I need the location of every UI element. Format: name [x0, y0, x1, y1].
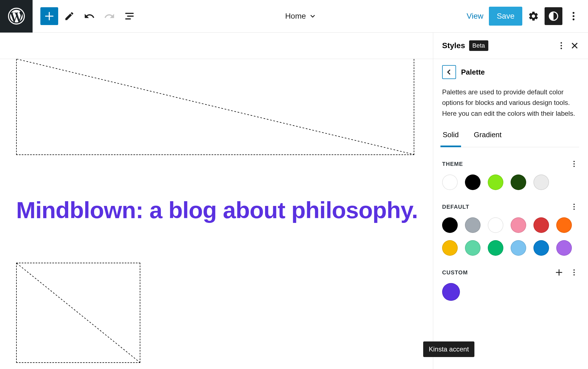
- svg-point-9: [560, 48, 562, 49]
- add-custom-button[interactable]: [554, 267, 564, 277]
- back-button[interactable]: [442, 65, 456, 79]
- tab-solid[interactable]: Solid: [442, 127, 459, 147]
- theme-swatches: [442, 174, 579, 190]
- theme-swatch-4[interactable]: [533, 174, 549, 190]
- styles-sidebar: Styles Beta Palette Palettes are used to…: [433, 33, 588, 369]
- palette-title: Palette: [461, 68, 485, 77]
- swatch-tooltip: Kinsta accent: [423, 341, 474, 357]
- svg-point-13: [574, 204, 575, 205]
- save-button[interactable]: Save: [489, 7, 522, 26]
- beta-badge: Beta: [469, 40, 488, 51]
- sidebar-body: Palette Palettes are used to provide def…: [433, 59, 588, 307]
- settings-button[interactable]: [525, 7, 542, 25]
- template-label: Home: [285, 12, 306, 21]
- undo-button[interactable]: [80, 7, 98, 25]
- custom-more-button[interactable]: [569, 267, 579, 277]
- default-swatch-5[interactable]: [556, 217, 572, 233]
- default-swatch-10[interactable]: [533, 240, 549, 256]
- chevron-down-icon: [309, 12, 317, 20]
- svg-point-18: [574, 274, 575, 276]
- svg-line-6: [17, 263, 140, 362]
- svg-point-15: [574, 209, 575, 210]
- default-swatch-4[interactable]: [533, 217, 549, 233]
- styles-button[interactable]: [545, 7, 562, 25]
- palette-tabs: Solid Gradient: [442, 127, 579, 147]
- svg-point-12: [574, 166, 575, 167]
- list-view-button[interactable]: [121, 7, 138, 25]
- top-toolbar: Home View Save: [0, 0, 588, 33]
- canvas-sub-header: [0, 33, 433, 59]
- theme-more-button[interactable]: [569, 159, 579, 169]
- page-heading[interactable]: Mindblown: a blog about philosophy.: [16, 197, 427, 224]
- default-label: DEFAULT: [442, 204, 469, 210]
- template-dropdown[interactable]: Home: [138, 12, 463, 21]
- theme-section-head: THEME: [442, 159, 579, 169]
- svg-point-8: [560, 45, 562, 46]
- close-sidebar-button[interactable]: [568, 39, 581, 52]
- svg-line-5: [17, 59, 414, 154]
- svg-point-2: [573, 12, 575, 14]
- default-more-button[interactable]: [569, 202, 579, 212]
- default-swatches: [442, 217, 579, 256]
- default-swatch-9[interactable]: [511, 240, 526, 256]
- sidebar-more-button[interactable]: [555, 39, 568, 52]
- custom-label: CUSTOM: [442, 269, 468, 276]
- toolbar-left: [33, 7, 138, 25]
- default-swatch-11[interactable]: [556, 240, 572, 256]
- placeholder-block-2[interactable]: [16, 263, 140, 363]
- redo-button[interactable]: [101, 7, 118, 25]
- default-swatch-1[interactable]: [465, 217, 481, 233]
- default-swatch-6[interactable]: [442, 240, 458, 256]
- svg-point-17: [574, 272, 575, 273]
- default-swatch-7[interactable]: [465, 240, 481, 256]
- default-swatch-3[interactable]: [511, 217, 526, 233]
- svg-point-16: [574, 269, 575, 271]
- placeholder-block-1[interactable]: [16, 59, 414, 155]
- svg-point-3: [573, 15, 575, 17]
- theme-swatch-0[interactable]: [442, 174, 458, 190]
- more-options-button[interactable]: [565, 7, 582, 25]
- custom-swatch-0[interactable]: [442, 283, 460, 301]
- default-swatch-2[interactable]: [488, 217, 503, 233]
- theme-swatch-1[interactable]: [465, 174, 481, 190]
- theme-swatch-2[interactable]: [488, 174, 503, 190]
- default-section-head: DEFAULT: [442, 202, 579, 212]
- block-inserter-button[interactable]: [40, 7, 58, 25]
- toolbar-right: View Save: [463, 7, 582, 26]
- sidebar-header: Styles Beta: [433, 33, 588, 59]
- theme-swatch-3[interactable]: [511, 174, 526, 190]
- default-swatch-8[interactable]: [488, 240, 503, 256]
- chevron-left-icon: [445, 68, 453, 76]
- wordpress-logo[interactable]: [0, 0, 33, 33]
- theme-label: THEME: [442, 161, 463, 167]
- workspace: Mindblown: a blog about philosophy. Styl…: [0, 33, 588, 369]
- svg-point-10: [574, 161, 575, 162]
- tab-gradient[interactable]: Gradient: [473, 127, 502, 147]
- svg-point-14: [574, 206, 575, 208]
- palette-description: Palettes are used to provide default col…: [442, 87, 579, 119]
- svg-point-11: [574, 163, 575, 165]
- custom-section-head: CUSTOM: [442, 267, 579, 277]
- view-link[interactable]: View: [463, 12, 487, 21]
- custom-swatches: [442, 283, 579, 301]
- svg-point-7: [560, 42, 562, 44]
- default-swatch-0[interactable]: [442, 217, 458, 233]
- palette-header: Palette: [442, 65, 579, 79]
- edit-button[interactable]: [60, 7, 78, 25]
- editor-canvas[interactable]: Mindblown: a blog about philosophy.: [0, 33, 433, 369]
- sidebar-title: Styles: [442, 41, 465, 50]
- svg-point-4: [573, 18, 575, 20]
